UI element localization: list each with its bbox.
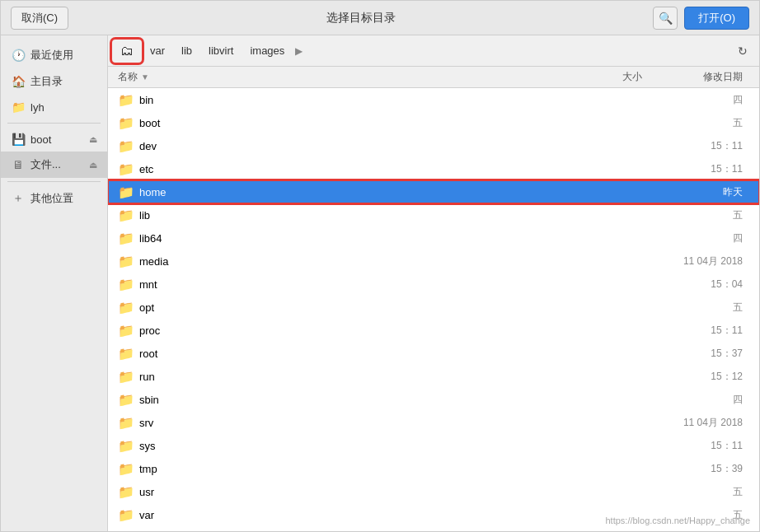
table-row[interactable]: 📁var五: [108, 503, 759, 526]
search-button[interactable]: 🔍: [653, 7, 678, 30]
path-root-icon[interactable]: 🗂: [113, 40, 141, 62]
sidebar-item-boot[interactable]: 💾 boot ⏏: [1, 127, 107, 152]
sidebar-item-lyh[interactable]: 📁 lyh: [1, 95, 107, 119]
file-date: 五: [642, 301, 749, 315]
table-row[interactable]: 📁srv11 04月 2018: [108, 411, 759, 434]
table-row[interactable]: 📁usr五: [108, 480, 759, 503]
file-name: dev: [139, 140, 593, 152]
folder-icon: 📁: [118, 231, 133, 246]
folder-icon: 📁: [118, 438, 133, 454]
file-date: 15：11: [642, 324, 749, 338]
file-name: sbin: [139, 394, 593, 406]
table-row[interactable]: 📁bin四: [108, 88, 759, 111]
file-name: sys: [139, 440, 593, 452]
sidebar-divider-2: [7, 181, 101, 182]
root-folder-icon: 🗂: [120, 44, 134, 58]
file-name: boot: [139, 117, 593, 129]
sidebar-item-recent[interactable]: 🕐 最近使用: [1, 42, 107, 68]
table-row[interactable]: 📁media11 04月 2018: [108, 250, 759, 273]
file-name: mnt: [139, 278, 593, 291]
path-bar-right: ↻: [731, 40, 754, 63]
table-row[interactable]: 📁tmp15：39: [108, 457, 759, 480]
path-label-libvirt: libvirt: [209, 44, 233, 57]
file-name: tmp: [139, 463, 593, 475]
table-row[interactable]: 📁sbin四: [108, 388, 759, 411]
sidebar-item-other[interactable]: ＋ 其他位置: [1, 185, 107, 212]
file-name: root: [139, 348, 593, 360]
sidebar-label-boot: boot: [30, 133, 51, 146]
table-row[interactable]: 📁mnt15：04: [108, 273, 759, 296]
sidebar-label-lyh: lyh: [30, 101, 45, 114]
folder-icon: 📁: [118, 184, 133, 200]
table-row[interactable]: 📁proc15：11: [108, 319, 759, 342]
table-row[interactable]: 📁run15：12: [108, 365, 759, 388]
file-name: usr: [139, 486, 593, 498]
path-label-var: var: [150, 44, 165, 57]
file-list: 📁bin四📁boot五📁dev15：11📁etc15：11📁home昨天📁lib…: [108, 88, 759, 531]
file-name: lib: [139, 209, 593, 222]
header-date-label: 修改日期: [703, 71, 743, 82]
eject-icon-file[interactable]: ⏏: [89, 160, 97, 170]
file-date: 15：37: [642, 347, 749, 361]
file-name: home: [139, 186, 593, 198]
table-row[interactable]: 📁opt五: [108, 296, 759, 319]
file-date: 四: [642, 393, 749, 407]
file-date: 四: [642, 231, 749, 245]
file-date: 五: [642, 508, 749, 522]
file-date: 五: [642, 208, 749, 222]
eject-icon-boot[interactable]: ⏏: [89, 134, 97, 145]
folder-icon: 📁: [118, 161, 133, 177]
table-row[interactable]: 📁etc15：11: [108, 157, 759, 180]
sidebar-label-file: 文件...: [30, 157, 61, 172]
file-name: proc: [139, 324, 593, 337]
sidebar: 🕐 最近使用 🏠 主目录 📁 lyh 💾 boot ⏏ 🖥 文件... ⏏: [1, 35, 108, 531]
path-segment-libvirt[interactable]: libvirt: [201, 41, 241, 60]
refresh-button[interactable]: ↻: [731, 40, 754, 63]
table-row[interactable]: 📁sys15：11: [108, 434, 759, 457]
table-row[interactable]: 📁home昨天: [108, 180, 759, 203]
sidebar-label-recent: 最近使用: [30, 48, 73, 63]
sidebar-label-home: 主目录: [30, 74, 63, 89]
file-name: bin: [139, 94, 593, 106]
home-icon: 🏠: [11, 75, 26, 88]
header-name-label: 名称: [118, 70, 138, 84]
table-row[interactable]: 📁boot五: [108, 111, 759, 134]
sort-arrow-icon: ▼: [141, 72, 149, 82]
file-date: 15：11: [642, 162, 749, 176]
folder-icon: 📁: [11, 100, 26, 114]
path-segment-lib[interactable]: lib: [174, 41, 199, 60]
path-label-lib: lib: [181, 44, 192, 57]
header-size-label: 大小: [622, 71, 642, 82]
header-size[interactable]: 大小: [593, 70, 642, 84]
header-date[interactable]: 修改日期: [642, 70, 749, 84]
path-segment-var[interactable]: var: [143, 41, 172, 60]
table-row[interactable]: 📁lib五: [108, 203, 759, 226]
sidebar-item-file[interactable]: 🖥 文件... ⏏: [1, 152, 107, 178]
folder-icon: 📁: [118, 392, 133, 408]
folder-icon: 📁: [118, 208, 133, 223]
table-row[interactable]: 📁dev15：11: [108, 134, 759, 157]
file-date: 15：12: [642, 370, 749, 384]
file-name: etc: [139, 163, 593, 175]
path-segment-images[interactable]: images: [242, 41, 292, 60]
folder-icon: 📁: [118, 115, 133, 131]
file-name: run: [139, 371, 593, 383]
open-button[interactable]: 打开(O): [684, 7, 749, 30]
recent-icon: 🕐: [11, 49, 26, 62]
path-more-icon[interactable]: ▶: [293, 45, 304, 57]
file-date: 15：04: [642, 278, 749, 292]
sidebar-label-other: 其他位置: [30, 191, 73, 206]
computer-icon: 🖥: [11, 158, 26, 171]
sidebar-item-home[interactable]: 🏠 主目录: [1, 68, 107, 95]
cancel-button[interactable]: 取消(C): [11, 7, 68, 30]
file-date: 四: [642, 93, 749, 107]
file-name: lib64: [139, 232, 593, 245]
file-date: 11 04月 2018: [642, 416, 749, 430]
header-name[interactable]: 名称 ▼: [118, 70, 593, 84]
table-row[interactable]: 📁root15：37: [108, 342, 759, 365]
file-list-header: 名称 ▼ 大小 修改日期: [108, 67, 759, 88]
table-row[interactable]: 📁lib64四: [108, 226, 759, 250]
file-name: media: [139, 255, 593, 268]
folder-icon: 📁: [118, 254, 133, 269]
dialog-title: 选择目标目录: [68, 11, 653, 26]
